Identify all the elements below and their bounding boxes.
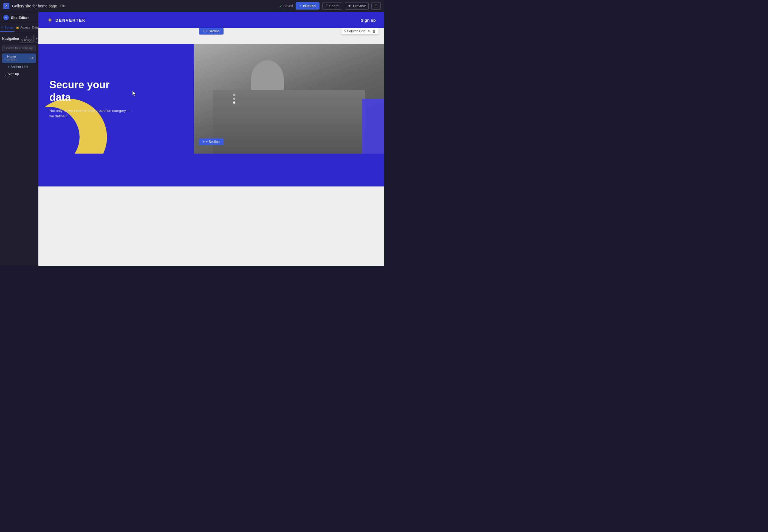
hero-subtitle: Not only do we lead the data protection … [49,108,132,119]
top-bar-right: ✓ Saved ↑ Publish ⤴ Share 👁 Preview 📱 [279,2,381,10]
eye-icon: 👁 [348,4,352,8]
site-title: Gallery site for home page [12,4,57,8]
plus-icon-top: + [203,29,205,33]
lock-icon: 🔒 [16,26,19,29]
publish-button[interactable]: ↑ Publish [296,2,320,10]
purple-overlay [362,99,384,154]
sidebar-tabs: ✏ Styling 🔒 Access Details › [0,23,38,32]
anchor-plus-icon: + [8,65,10,69]
site-editor-label: Site Editor [11,16,29,20]
site-navbar: DENVERTEK Sign up [38,12,384,28]
sidebar-header: ✎ Site Editor [0,12,38,23]
hero-dot-2 [233,98,235,100]
styling-icon: ✏ [1,26,4,29]
device-icon: 📱 [374,4,378,8]
nav-actions: + Subpage ▾ [19,35,39,43]
section-add-bottom-wrapper: + + Section [38,138,384,145]
hero-person-image [194,44,384,154]
home-icon: ⌂ [4,56,6,60]
device-toggle-button[interactable]: 📱 [371,2,381,10]
second-section[interactable] [38,154,384,186]
share-icon: ⤴ [326,4,328,8]
hero-section[interactable]: Secure your data Not only do we lead the… [38,44,384,154]
main-layout: ✎ Site Editor ✏ Styling 🔒 Access Details… [0,12,384,266]
signup-path: / [8,76,19,79]
preview-button[interactable]: 👁 Preview [345,2,369,10]
saved-indicator: ✓ Saved [279,4,293,8]
share-button[interactable]: ⤴ Share [322,2,342,10]
hero-dots [233,94,235,104]
site-logo-text: DENVERTEK [55,18,86,22]
top-bar: Z Gallery site for home page Edit ✓ Save… [0,0,384,12]
nav-item-anchor-link[interactable]: + Anchor Link [2,64,36,70]
section-add-top-wrapper: + + Section [38,28,384,35]
signup-label: Sign up [8,72,19,76]
hero-title: Secure your data [49,79,132,104]
site-signup-button[interactable]: Sign up [361,18,376,22]
hero-dot-1 [233,94,235,96]
site-logo-icon [47,17,53,23]
site-editor-icon: ✎ [3,15,9,20]
nav-header: Navigation + Subpage ▾ [2,35,36,43]
tab-access[interactable]: 🔒 Access [15,23,31,32]
tab-styling[interactable]: ✏ Styling [0,23,15,32]
add-subpage-button[interactable]: + Subpage [19,35,34,43]
nav-item-signup[interactable]: ↗ Sign up / [2,71,36,80]
subpage-search-input[interactable] [2,45,36,51]
website-preview: DENVERTEK Sign up + + Section 5 Column G… [38,12,384,266]
nav-title: Navigation [2,37,19,41]
home-edit-link[interactable]: Edit [30,57,34,60]
person-figure [194,44,384,154]
external-link-icon: ↗ [4,74,6,77]
saved-label: Saved [284,4,293,8]
top-bar-left: Z Gallery site for home page Edit [3,3,66,9]
hero-dot-3 [233,101,235,104]
home-label: Home [7,55,16,59]
hero-content: Secure your data Not only do we lead the… [38,62,143,135]
publish-icon: ↑ [300,4,301,8]
add-section-top-button[interactable]: + + Section [199,28,223,35]
nav-section: Navigation + Subpage ▾ ⌂ Home /rmhmh Edi… [0,32,38,266]
add-section-bottom-button[interactable]: + + Section [199,138,223,145]
nav-item-home[interactable]: ⌂ Home /rmhmh Edit [2,53,36,63]
sidebar: ✎ Site Editor ✏ Styling 🔒 Access Details… [0,12,38,266]
canvas-area[interactable]: DENVERTEK Sign up + + Section 5 Column G… [38,12,384,266]
plus-icon-bottom: + [203,140,205,144]
home-path: /rmhmh [7,59,16,62]
edit-site-link[interactable]: Edit [60,4,66,8]
nav-item-home-left: ⌂ Home /rmhmh [4,55,16,62]
saved-dot-icon: ✓ [279,4,283,8]
site-logo: DENVERTEK [47,17,86,23]
app-logo-icon: Z [3,3,9,9]
anchor-link-label: Anchor Link [11,65,28,69]
